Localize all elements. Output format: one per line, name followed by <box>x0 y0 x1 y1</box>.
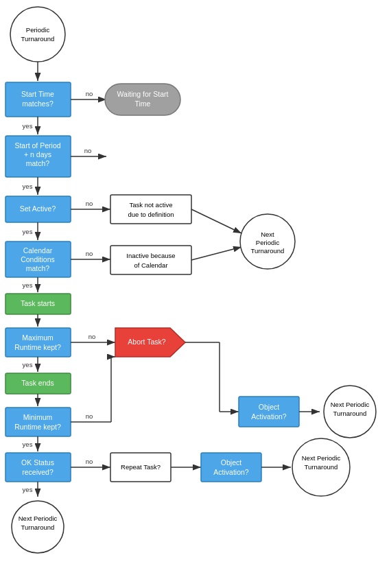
start-time-label2: matches? <box>22 99 54 108</box>
start-label2: Turnaround <box>21 35 55 43</box>
np3-label2: Turnaround <box>305 463 338 471</box>
flowchart: Periodic Turnaround Start Time matches? … <box>0 0 378 588</box>
inactive-calendar-box <box>110 246 191 274</box>
max-runtime-label2: Runtime kept? <box>14 343 61 351</box>
abort-task-label: Abort Task? <box>128 338 165 346</box>
np2-label2: Turnaround <box>333 410 367 417</box>
period-label3: match? <box>26 159 50 167</box>
yes-label-2: yes <box>23 183 33 190</box>
yes-label-5: yes <box>23 361 33 368</box>
calendar-label1: Calendar <box>23 246 53 255</box>
np4-label2: Turnaround <box>21 524 55 531</box>
np4-label1: Next Periodic <box>19 515 58 522</box>
waiting-label2: Time <box>135 99 151 108</box>
min-runtime-label1: Minimum <box>23 413 53 421</box>
task-starts-label: Task starts <box>21 299 55 307</box>
max-runtime-label1: Maximum <box>22 333 54 342</box>
task-ends-label: Task ends <box>21 379 54 387</box>
obj-act-1-label1: Object <box>259 403 279 411</box>
not-active-def-label1: Task not active <box>130 201 173 209</box>
not-active-def-box <box>110 195 191 224</box>
np2-label1: Next Periodic <box>331 401 370 408</box>
waiting-label1: Waiting for Start <box>117 90 169 98</box>
no-label-3: no <box>86 200 93 207</box>
period-label1: Start of Period <box>14 141 60 150</box>
inactive-calendar-label2: of Calendar <box>134 261 167 269</box>
np3-label1: Next Periodic <box>302 454 341 462</box>
no-label-5: no <box>88 333 96 340</box>
obj-act-1-label2: Activation? <box>251 412 287 421</box>
repeat-task-label: Repeat Task? <box>121 463 161 471</box>
yes-label-4: yes <box>23 281 33 289</box>
start-time-label1: Start Time <box>21 90 54 98</box>
no-label-1: no <box>86 90 93 97</box>
no-label-6: no <box>86 412 93 420</box>
start-label: Periodic <box>26 26 50 34</box>
min-runtime-label2: Runtime kept? <box>14 423 61 431</box>
yes-label-3: yes <box>23 228 33 235</box>
calendar-label2: Conditions <box>21 255 55 263</box>
ok-status-label2: received? <box>22 468 54 476</box>
not-active-def-label2: due to definition <box>128 211 174 218</box>
obj-act-2-label1: Object <box>221 458 241 467</box>
np1-label2: Periodic <box>256 239 280 246</box>
yes-label-6: yes <box>23 440 33 448</box>
ok-status-label1: OK Status <box>21 458 54 467</box>
no-label-7: no <box>86 458 93 465</box>
no-label-4: no <box>86 250 93 257</box>
svg-line-10 <box>191 209 241 233</box>
no-label-2: no <box>84 147 92 154</box>
svg-line-11 <box>191 247 241 260</box>
calendar-label3: match? <box>26 264 50 272</box>
obj-act-2-label2: Activation? <box>213 468 249 476</box>
inactive-calendar-label1: Inactive because <box>126 252 175 259</box>
yes-label-7: yes <box>23 486 33 493</box>
np1-label3: Turnaround <box>251 247 285 255</box>
period-label2: + n days <box>24 150 51 158</box>
np1-label1: Next <box>261 231 274 238</box>
yes-label-1: yes <box>23 122 33 130</box>
set-active-label: Set Active? <box>20 204 56 213</box>
